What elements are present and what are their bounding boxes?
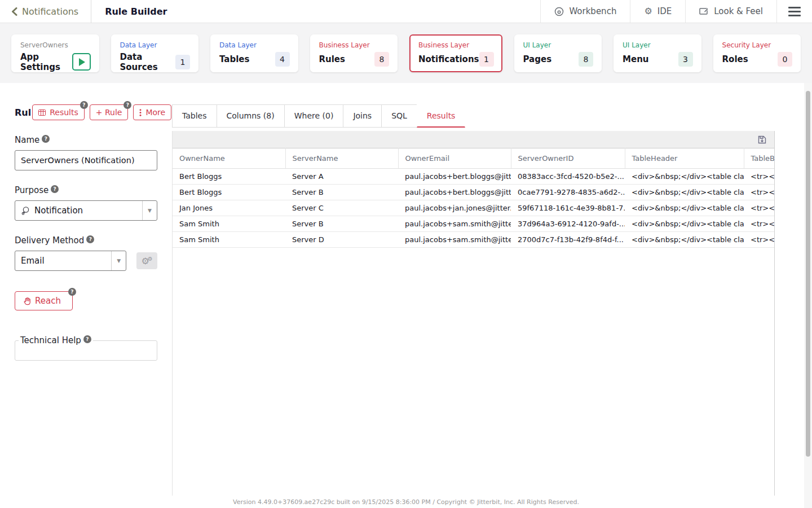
table-cell: <div>&nbsp;</div><table cla... bbox=[625, 232, 744, 248]
table-cell: 08383acc-3fcd-4520-b5e2-... bbox=[511, 169, 625, 185]
add-rule-button[interactable]: + Rule ? bbox=[90, 104, 129, 120]
technical-help-field[interactable]: Technical Help? bbox=[15, 335, 157, 361]
chevron-down-icon: ▼ bbox=[111, 251, 126, 270]
back-link-label: Notifications bbox=[22, 6, 78, 17]
column-header: ServerName bbox=[285, 148, 398, 169]
tab-results[interactable]: Results bbox=[417, 104, 466, 128]
table-cell: Server C bbox=[285, 200, 398, 216]
chevron-down-icon: ▼ bbox=[142, 201, 157, 220]
table-cell: Bert Bloggs bbox=[173, 185, 285, 200]
menu-button[interactable] bbox=[776, 0, 812, 23]
table-cell: <div>&nbsp;</div><table cla... bbox=[625, 169, 744, 185]
notification-purpose-icon bbox=[21, 206, 30, 216]
table-cell: paul.jacobs+sam.smith@jitte... bbox=[398, 216, 511, 232]
look-feel-icon bbox=[699, 7, 709, 16]
table-cell: Server B bbox=[285, 216, 398, 232]
table-cell: <div>&nbsp;</div><table cla... bbox=[625, 216, 744, 232]
name-input[interactable] bbox=[15, 150, 157, 170]
rule-detail-panel: Tables Columns (8) Where (0) Joins SQL R… bbox=[172, 83, 775, 497]
rule-tabs: Tables Columns (8) Where (0) Joins SQL R… bbox=[172, 104, 775, 128]
table-cell: Bert Bloggs bbox=[173, 169, 285, 185]
tab-columns[interactable]: Columns (8) bbox=[217, 104, 285, 128]
run-app-button[interactable] bbox=[72, 53, 91, 71]
help-icon[interactable]: ? bbox=[83, 335, 91, 343]
card-app-settings[interactable]: ServerOwners App Settings bbox=[11, 34, 99, 72]
ide-label: IDE bbox=[657, 6, 672, 16]
card-tables[interactable]: Data Layer Tables 4 bbox=[210, 34, 298, 72]
more-button[interactable]: More bbox=[133, 104, 171, 120]
results-button-label: Results bbox=[50, 108, 78, 117]
help-icon[interactable]: ? bbox=[80, 101, 88, 109]
card-roles[interactable]: Security Layer Roles 0 bbox=[713, 34, 801, 72]
table-cell: paul.jacobs+bert.bloggs@jitt... bbox=[398, 185, 511, 200]
reach-button-label: Reach bbox=[35, 296, 61, 306]
results-button[interactable]: Results ? bbox=[32, 104, 85, 120]
table-row: Sam SmithServer Bpaul.jacobs+sam.smith@j… bbox=[173, 216, 775, 232]
card-category: Business Layer bbox=[418, 41, 494, 49]
ide-button[interactable]: ⚙ IDE bbox=[630, 0, 685, 23]
gear-icon: ⚙ bbox=[644, 7, 652, 16]
hamburger-icon bbox=[788, 7, 801, 8]
back-to-notifications-link[interactable]: Notifications bbox=[11, 6, 78, 17]
help-icon[interactable]: ? bbox=[42, 135, 50, 143]
card-title: Menu bbox=[623, 54, 648, 64]
column-header: ServerOwnerID bbox=[511, 148, 625, 169]
purpose-label: Purpose? bbox=[15, 185, 157, 195]
add-rule-label: + Rule bbox=[96, 108, 122, 117]
card-menu[interactable]: UI Layer Menu 3 bbox=[614, 34, 701, 72]
card-notifications[interactable]: Business Layer Notifications 1 bbox=[409, 34, 502, 72]
help-icon[interactable]: ? bbox=[86, 235, 94, 243]
table-cell: Server D bbox=[285, 232, 398, 248]
card-data-sources[interactable]: Data Layer Data Sources 1 bbox=[111, 34, 199, 72]
card-rules[interactable]: Business Layer Rules 8 bbox=[310, 34, 398, 72]
table-cell: Sam Smith bbox=[173, 216, 285, 232]
table-cell: Sam Smith bbox=[173, 232, 285, 248]
card-title: Data Sources bbox=[120, 52, 176, 72]
table-row: Bert BloggsServer Bpaul.jacobs+bert.blog… bbox=[173, 185, 775, 200]
layer-cards-strip: ServerOwners App Settings Data Layer Dat… bbox=[0, 23, 812, 83]
purpose-value: Notification bbox=[34, 205, 83, 216]
workbench-button[interactable]: Workbench bbox=[540, 0, 630, 23]
card-title: Tables bbox=[219, 54, 249, 64]
rule-form-panel: Rul Results ? + Rule ? More Name? Purpos… bbox=[0, 83, 172, 497]
results-grid-toolbar bbox=[173, 131, 774, 148]
card-pages[interactable]: UI Layer Pages 8 bbox=[514, 34, 602, 72]
help-icon[interactable]: ? bbox=[123, 101, 131, 109]
delivery-settings-button[interactable]: ⚙⚙ bbox=[136, 252, 157, 269]
results-table-body: Bert BloggsServer Apaul.jacobs+bert.blog… bbox=[173, 169, 775, 248]
table-cell: Server B bbox=[285, 185, 398, 200]
table-cell: 37d964a3-6912-4120-9afd-... bbox=[511, 216, 625, 232]
table-cell: <tr><td>B bbox=[744, 185, 775, 200]
help-icon[interactable]: ? bbox=[68, 288, 76, 296]
table-cell: <tr><td>S bbox=[744, 232, 775, 248]
table-cell: <tr><td>S bbox=[744, 216, 775, 232]
card-category: Security Layer bbox=[722, 41, 793, 49]
reach-button[interactable]: Reach ? bbox=[15, 291, 73, 310]
name-label: Name? bbox=[15, 135, 157, 145]
scrollbar-thumb[interactable] bbox=[806, 91, 810, 457]
table-cell: Jan Jones bbox=[173, 200, 285, 216]
workbench-icon bbox=[554, 7, 564, 16]
card-category: Business Layer bbox=[319, 41, 390, 49]
count-badge: 4 bbox=[275, 52, 290, 67]
look-feel-button[interactable]: Look & Feel bbox=[685, 0, 776, 23]
results-table-head-row: OwnerNameServerNameOwnerEmailServerOwner… bbox=[173, 148, 775, 169]
delivery-method-value: Email bbox=[21, 256, 45, 266]
tab-where[interactable]: Where (0) bbox=[284, 104, 344, 128]
delivery-method-select[interactable]: Email ▼ bbox=[15, 251, 126, 271]
tab-joins[interactable]: Joins bbox=[343, 104, 382, 128]
purpose-select[interactable]: Notification ▼ bbox=[15, 200, 157, 221]
card-title: App Settings bbox=[20, 52, 72, 72]
tab-sql[interactable]: SQL bbox=[381, 104, 417, 128]
export-icon[interactable] bbox=[758, 135, 766, 144]
tab-tables[interactable]: Tables bbox=[172, 104, 217, 128]
count-badge: 1 bbox=[479, 52, 494, 67]
version-footer: Version 4.49.0+37609.ae27c29c built on 9… bbox=[0, 498, 812, 506]
help-icon[interactable]: ? bbox=[51, 185, 59, 193]
rule-heading: Rul bbox=[15, 107, 31, 118]
count-badge: 8 bbox=[579, 52, 593, 67]
table-cell: 59f67118-161c-4e39-8b81-7... bbox=[511, 200, 625, 216]
delivery-method-label: Delivery Method? bbox=[15, 235, 157, 246]
card-title: Notifications bbox=[418, 54, 479, 64]
page-scrollbar[interactable] bbox=[804, 83, 812, 508]
